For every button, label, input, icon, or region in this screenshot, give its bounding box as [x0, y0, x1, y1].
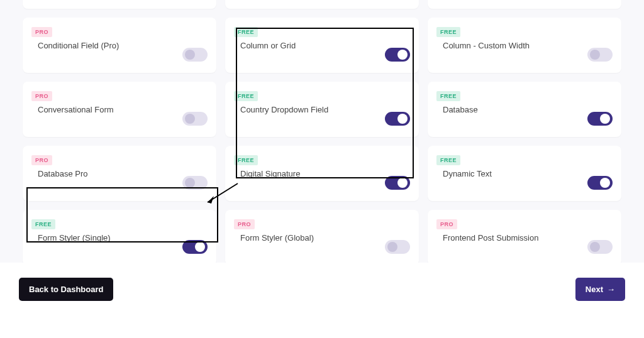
feature-card-country-dropdown-field: FREE Country Dropdown Field	[225, 82, 419, 137]
feature-card-form-styler-single: FREE Form Styler (Single)	[23, 210, 216, 263]
feature-card-form-styler-global: PRO Form Styler (Global)	[225, 210, 419, 263]
feature-toggle[interactable]	[182, 240, 208, 254]
badge-free: FREE	[234, 91, 258, 101]
feature-card-database-pro: PRO Database Pro	[23, 146, 216, 201]
badge-free: FREE	[234, 27, 258, 37]
feature-title: Form Styler (Global)	[234, 233, 410, 243]
badge-free: FREE	[436, 27, 460, 37]
badge-pro: PRO	[31, 91, 52, 101]
feature-card-column-custom-width: FREE Column - Custom Width	[428, 18, 621, 73]
feature-card	[428, 0, 621, 9]
feature-title: Database	[436, 105, 613, 114]
feature-title: Digital Signature	[234, 169, 410, 178]
feature-title: Conversational Form	[31, 105, 208, 114]
feature-title: Dynamic Text	[436, 169, 613, 178]
feature-title: Column or Grid	[234, 41, 410, 50]
badge-pro: PRO	[234, 219, 255, 229]
back-to-dashboard-button[interactable]: Back to Dashboard	[19, 278, 113, 301]
feature-title: Form Styler (Single)	[31, 233, 208, 243]
feature-card	[23, 0, 216, 9]
feature-toggle[interactable]	[182, 112, 208, 126]
feature-title: Country Dropdown Field	[234, 105, 410, 114]
feature-card-database: FREE Database	[428, 82, 621, 137]
next-button[interactable]: Next	[575, 278, 625, 301]
badge-pro: PRO	[436, 219, 457, 229]
feature-card-dynamic-text: FREE Dynamic Text	[428, 146, 621, 201]
feature-card-conditional-field-pro: PRO Conditional Field (Pro)	[23, 18, 216, 73]
badge-pro: PRO	[31, 27, 52, 37]
feature-grid: PRO Conditional Field (Pro) FREE Column …	[23, 0, 621, 263]
badge-free: FREE	[31, 219, 55, 229]
next-button-label: Next	[586, 285, 603, 294]
feature-card-frontend-post-submission: PRO Frontend Post Submission	[428, 210, 621, 263]
feature-title: Conditional Field (Pro)	[31, 41, 208, 50]
feature-title: Column - Custom Width	[436, 41, 613, 50]
feature-card-column-or-grid: FREE Column or Grid	[225, 18, 419, 73]
feature-toggle[interactable]	[385, 176, 410, 190]
feature-toggle[interactable]	[385, 112, 410, 126]
feature-card	[225, 0, 419, 9]
feature-title: Frontend Post Submission	[436, 233, 613, 243]
feature-card-digital-signature: FREE Digital Signature	[225, 146, 419, 201]
badge-free: FREE	[436, 155, 460, 165]
feature-title: Database Pro	[31, 169, 208, 178]
badge-free: FREE	[234, 155, 258, 165]
feature-toggle[interactable]	[182, 48, 208, 62]
arrow-right-icon	[607, 285, 615, 294]
feature-toggle[interactable]	[182, 176, 208, 190]
badge-pro: PRO	[31, 155, 52, 165]
feature-card-conversational-form: PRO Conversational Form	[23, 82, 216, 137]
footer-bar: Back to Dashboard Next	[0, 270, 644, 308]
feature-toggle[interactable]	[385, 48, 410, 62]
feature-toggle[interactable]	[587, 48, 613, 62]
feature-toggle[interactable]	[587, 240, 613, 254]
badge-free: FREE	[436, 91, 460, 101]
feature-toggle[interactable]	[587, 112, 613, 126]
feature-toggle[interactable]	[385, 240, 410, 254]
feature-toggle[interactable]	[587, 176, 613, 190]
